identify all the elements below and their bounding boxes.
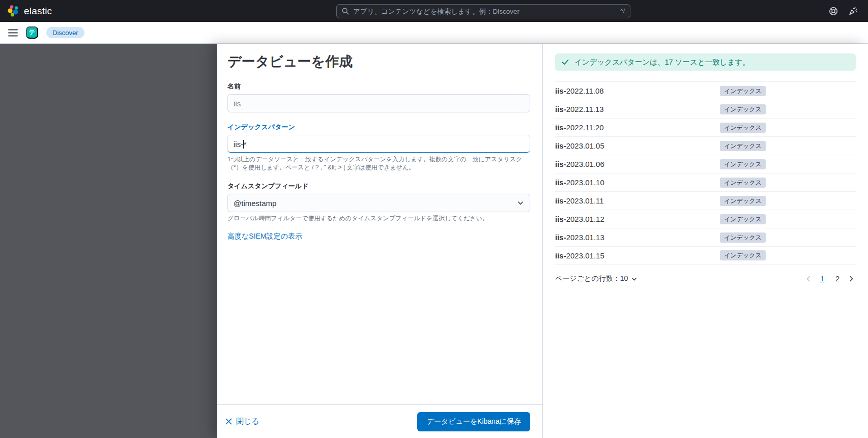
kibana-app: elastic ^/ — [0, 0, 868, 438]
close-icon — [225, 418, 232, 425]
timestamp-field-label: タイムスタンプフィールド — [227, 182, 530, 191]
newsfeed-party-popper-icon — [848, 6, 858, 16]
index-type-badge: インデックス — [720, 141, 766, 151]
page-controls: 1 2 — [804, 273, 856, 285]
index-name: iis-2023.01.06 — [555, 160, 720, 168]
previous-page-button[interactable] — [804, 274, 813, 283]
timestamp-select[interactable]: @timestamp — [227, 194, 530, 212]
index-pattern-field-label: インデックスパターン — [227, 123, 530, 132]
timestamp-field-group: タイムスタンプフィールド @timestamp グローバル時間フィルターで使用す… — [227, 182, 530, 223]
success-callout-message: インデックスパターンは、17 ソースと一致します。 — [574, 57, 750, 67]
show-advanced-settings-link[interactable]: 高度なSIEM設定の表示 — [227, 232, 302, 241]
index-name: iis-2023.01.10 — [555, 178, 720, 187]
search-shortcut-hint: ^/ — [620, 8, 625, 15]
hamburger-icon — [8, 29, 18, 37]
index-name: iis-2022.11.08 — [555, 86, 720, 95]
table-row: iis-2022.11.13インデックス — [555, 100, 856, 118]
global-search-box[interactable]: ^/ — [336, 4, 630, 18]
pagination: ページごとの行数：10 1 2 — [555, 273, 856, 285]
timestamp-help-text: グローバル時間フィルターで使用するためのタイムスタンプフィールドを選択してくださ… — [227, 215, 530, 223]
timestamp-select-value: @timestamp — [234, 199, 276, 208]
name-field-group: 名前 — [227, 82, 530, 112]
help-button[interactable] — [829, 7, 838, 16]
search-input[interactable] — [353, 8, 616, 15]
breadcrumb-discover[interactable]: Discover — [46, 27, 84, 38]
global-header: elastic ^/ — [0, 0, 868, 22]
breadcrumb-bar: テ Discover — [0, 22, 868, 44]
matched-sources-table: iis-2022.11.08インデックス iis-2022.11.13インデック… — [555, 81, 856, 265]
close-button-label: 閉じる — [236, 417, 259, 426]
space-avatar[interactable]: テ — [26, 26, 38, 39]
logo-wordmark: elastic — [24, 6, 52, 17]
rows-per-page-label: ページごとの行数：10 — [555, 274, 628, 283]
chevron-down-icon — [631, 276, 638, 282]
name-input[interactable] — [227, 94, 530, 112]
index-name: iis-2023.01.05 — [555, 141, 720, 150]
table-row: iis-2023.01.11インデックス — [555, 191, 856, 210]
search-icon — [342, 8, 349, 15]
table-row: iis-2023.01.13インデックス — [555, 228, 856, 246]
menu-button[interactable] — [8, 29, 18, 37]
index-name: iis-2023.01.13 — [555, 233, 720, 242]
index-type-badge: インデックス — [720, 159, 766, 169]
index-pattern-help-text: 1つ以上のデータソースと一致するインデックスパターンを入力します。複数の文字の一… — [227, 156, 530, 171]
index-name: iis-2023.01.11 — [555, 196, 720, 205]
newsfeed-button[interactable] — [848, 6, 858, 16]
chevron-left-icon — [805, 275, 812, 282]
elastic-logo: elastic — [7, 5, 52, 17]
elastic-logo-icon — [7, 5, 20, 17]
form-content: データビューを作成 名前 インデックスパターン iis-* 1つ以上のデータソー… — [217, 44, 542, 404]
index-pattern-input[interactable]: iis-* — [227, 135, 530, 153]
flyout-title: データビューを作成 — [227, 53, 530, 70]
data-view-form-panel: データビューを作成 名前 インデックスパターン iis-* 1つ以上のデータソー… — [217, 44, 542, 438]
index-pattern-field-group: インデックスパターン iis-* 1つ以上のデータソースと一致するインデックスパ… — [227, 123, 530, 171]
index-type-badge: インデックス — [720, 196, 766, 206]
help-icon — [829, 7, 838, 16]
index-name: iis-2023.01.12 — [555, 215, 720, 223]
flyout-overlay-mask[interactable] — [0, 44, 217, 438]
rows-per-page-button[interactable]: ページごとの行数：10 — [555, 274, 638, 283]
create-data-view-flyout: データビューを作成 名前 インデックスパターン iis-* 1つ以上のデータソー… — [217, 44, 868, 438]
table-row: iis-2022.11.08インデックス — [555, 81, 856, 100]
index-type-badge: インデックス — [720, 178, 766, 188]
index-pattern-value-pre: iis- — [234, 140, 243, 149]
table-row: iis-2023.01.05インデックス — [555, 136, 856, 155]
table-row: iis-2023.01.10インデックス — [555, 173, 856, 191]
index-pattern-value-post: * — [244, 140, 247, 149]
flyout-footer: 閉じる データビューをKibanaに保存 — [217, 404, 542, 438]
table-row: iis-2023.01.15インデックス — [555, 246, 856, 265]
page-1-button[interactable]: 1 — [816, 273, 828, 285]
table-row: iis-2022.11.20インデックス — [555, 118, 856, 136]
index-type-badge: インデックス — [720, 86, 766, 96]
index-type-badge: インデックス — [720, 214, 766, 224]
name-field-label: 名前 — [227, 82, 530, 91]
table-row: iis-2023.01.06インデックス — [555, 155, 856, 173]
close-flyout-button[interactable]: 閉じる — [225, 417, 259, 426]
success-callout: インデックスパターンは、17 ソースと一致します。 — [555, 53, 856, 71]
index-name: iis-2022.11.13 — [555, 105, 720, 113]
index-name: iis-2023.01.15 — [555, 251, 720, 260]
index-name: iis-2022.11.20 — [555, 123, 720, 132]
page-body: データビューを作成 名前 インデックスパターン iis-* 1つ以上のデータソー… — [0, 44, 868, 438]
index-type-badge: インデックス — [720, 123, 766, 133]
check-icon — [561, 58, 569, 66]
index-type-badge: インデックス — [720, 104, 766, 114]
chevron-down-icon — [517, 199, 524, 207]
chevron-right-icon — [848, 275, 855, 282]
next-page-button[interactable] — [847, 274, 856, 283]
index-type-badge: インデックス — [720, 250, 766, 260]
table-row: iis-2023.01.12インデックス — [555, 210, 856, 228]
save-data-view-button[interactable]: データビューをKibanaに保存 — [417, 412, 530, 431]
index-match-preview-panel: インデックスパターンは、17 ソースと一致します。 iis-2022.11.08… — [542, 44, 868, 438]
header-actions — [829, 6, 861, 16]
page-2-button[interactable]: 2 — [831, 273, 844, 285]
index-type-badge: インデックス — [720, 232, 766, 243]
